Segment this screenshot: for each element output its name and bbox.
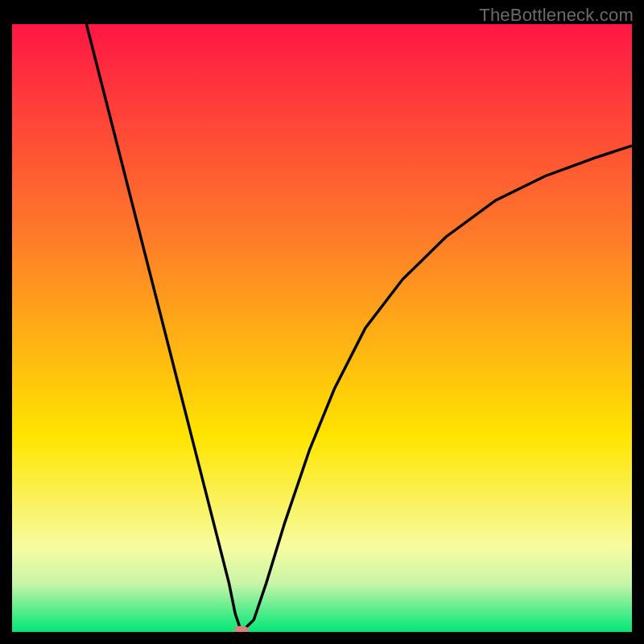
- watermark-text: TheBottleneck.com: [479, 5, 634, 26]
- chart-frame: [12, 24, 632, 632]
- chart-svg: [12, 24, 632, 632]
- gradient-background: [12, 24, 632, 632]
